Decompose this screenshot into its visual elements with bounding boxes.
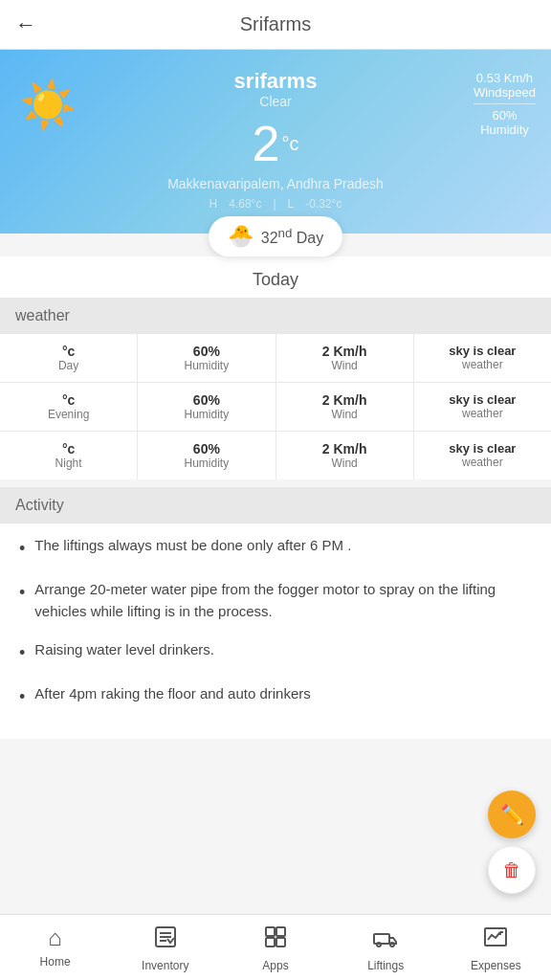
app-header: ← Srifarms <box>0 0 551 50</box>
bullet-icon: • <box>19 580 25 622</box>
evening-temp-unit: °c <box>6 392 131 408</box>
windspeed-label: Windspeed <box>474 85 536 100</box>
svg-rect-4 <box>266 927 275 936</box>
activity-text-4: After 4pm raking the floor and auto drin… <box>34 683 311 710</box>
nav-item-liftings[interactable]: Liftings <box>357 924 414 972</box>
evening-humidity-val: 60% <box>143 392 269 408</box>
trash-icon: 🗑 <box>502 859 521 881</box>
svg-rect-6 <box>266 938 275 947</box>
windspeed-value: 0.53 Km/h <box>474 71 536 85</box>
list-item: • After 4pm raking the floor and auto dr… <box>19 683 532 710</box>
day-sky-cell: sky is clear weather <box>414 334 551 382</box>
evening-period: Evening <box>6 408 131 421</box>
nav-home-label: Home <box>40 955 71 969</box>
evening-humidity-label: Humidity <box>143 408 269 421</box>
fab-container: ✏️ 🗑 <box>488 791 536 894</box>
day-sky-val: sky is clear <box>420 344 545 358</box>
evening-sky-label: weather <box>420 407 545 420</box>
night-sky-cell: sky is clear weather <box>414 432 551 479</box>
home-icon: ⌂ <box>48 924 62 951</box>
table-row: °c Day 60% Humidity 2 Km/h Wind sky is c… <box>0 334 551 383</box>
nav-apps-label: Apps <box>262 959 288 972</box>
wind-humidity-panel: 0.53 Km/h Windspeed 60% Humidity <box>474 71 536 137</box>
activity-section-header: Activity <box>0 487 551 523</box>
night-humidity-val: 60% <box>143 441 269 457</box>
delete-fab-button[interactable]: 🗑 <box>488 846 536 894</box>
temperature-value: 2 <box>253 115 280 172</box>
back-button[interactable]: ← <box>15 12 36 37</box>
activity-section: Activity • The liftings always must be d… <box>0 487 551 739</box>
evening-sky-val: sky is clear <box>420 392 545 407</box>
day-period: Day <box>6 359 131 372</box>
list-item: • Arrange 20-meter water pipe from the f… <box>19 579 532 622</box>
expenses-icon <box>483 924 508 955</box>
svg-rect-7 <box>276 938 285 947</box>
day-badge: 🐣 32nd Day <box>209 216 343 256</box>
bullet-icon: • <box>19 640 25 666</box>
separator: | <box>273 197 276 211</box>
night-period: Night <box>6 457 131 470</box>
day-humidity-label: Humidity <box>143 359 269 372</box>
activity-text-2: Arrange 20-meter water pipe from the fog… <box>34 579 532 622</box>
evening-wind-cell: 2 Km/h Wind <box>276 383 414 431</box>
evening-wind-val: 2 Km/h <box>282 392 408 408</box>
inventory-icon <box>153 924 178 955</box>
day-temp-cell: °c Day <box>0 334 138 382</box>
sun-icon: ☀️ <box>19 78 77 132</box>
temperature-unit: °c <box>281 133 298 155</box>
page-title: Srifarms <box>240 13 311 35</box>
night-humidity-label: Humidity <box>143 457 269 470</box>
evening-sky-cell: sky is clear weather <box>414 383 551 431</box>
day-wind-cell: 2 Km/h Wind <box>276 334 414 382</box>
edit-icon: ✏️ <box>500 803 524 826</box>
nav-item-home[interactable]: ⌂ Home <box>27 924 84 972</box>
weather-description: Clear <box>19 94 532 109</box>
nav-expenses-label: Expenses <box>471 959 521 972</box>
night-sky-label: weather <box>420 456 545 469</box>
day-wind-val: 2 Km/h <box>282 344 408 359</box>
day-number: 32nd Day <box>261 226 324 247</box>
day-badge-container: 🐣 32nd Day <box>0 216 551 256</box>
weather-section-header: weather <box>0 298 551 334</box>
night-sky-val: sky is clear <box>420 441 545 456</box>
farm-name: srifarms <box>19 69 532 94</box>
chick-icon: 🐣 <box>228 224 253 249</box>
high-low-row: H 4.68°c | L -0.32°c <box>19 197 532 211</box>
evening-humidity-cell: 60% Humidity <box>138 383 276 431</box>
location-label: Makkenavaripalem, Andhra Pradesh <box>19 176 532 191</box>
table-row: °c Evening 60% Humidity 2 Km/h Wind sky … <box>0 383 551 432</box>
bullet-icon: • <box>19 684 25 710</box>
humidity-label: Humidity <box>474 122 536 137</box>
high-label: H <box>209 197 218 211</box>
day-wind-label: Wind <box>282 359 408 372</box>
weather-banner: ☀️ srifarms Clear 2 °c Makkenavaripalem,… <box>0 50 551 234</box>
nav-item-inventory[interactable]: Inventory <box>137 924 194 972</box>
nav-item-apps[interactable]: Apps <box>247 924 304 972</box>
low-label: L <box>288 197 295 211</box>
evening-temp-cell: °c Evening <box>0 383 138 431</box>
day-temp-unit: °c <box>6 344 131 359</box>
day-sky-label: weather <box>420 358 545 371</box>
weather-table: °c Day 60% Humidity 2 Km/h Wind sky is c… <box>0 334 551 479</box>
night-wind-cell: 2 Km/h Wind <box>276 432 414 479</box>
list-item: • The liftings always must be done only … <box>19 535 532 562</box>
bullet-icon: • <box>19 536 25 562</box>
scroll-area: ☀️ srifarms Clear 2 °c Makkenavaripalem,… <box>0 50 551 980</box>
day-humidity-cell: 60% Humidity <box>138 334 276 382</box>
svg-rect-5 <box>276 927 285 936</box>
night-temp-cell: °c Night <box>0 432 138 479</box>
humidity-value: 60% <box>474 108 536 122</box>
activity-list: • The liftings always must be done only … <box>0 523 551 739</box>
table-row: °c Night 60% Humidity 2 Km/h Wind sky is… <box>0 432 551 479</box>
night-temp-unit: °c <box>6 441 131 457</box>
nav-item-expenses[interactable]: Expenses <box>467 924 524 972</box>
night-humidity-cell: 60% Humidity <box>138 432 276 479</box>
day-humidity-val: 60% <box>143 344 269 359</box>
liftings-icon <box>373 924 398 955</box>
nav-inventory-label: Inventory <box>142 959 188 972</box>
nav-liftings-label: Liftings <box>367 959 404 972</box>
apps-icon <box>263 924 288 955</box>
night-wind-val: 2 Km/h <box>282 441 408 457</box>
edit-fab-button[interactable]: ✏️ <box>488 791 536 838</box>
bottom-nav: ⌂ Home Inventory Apps <box>0 914 551 980</box>
